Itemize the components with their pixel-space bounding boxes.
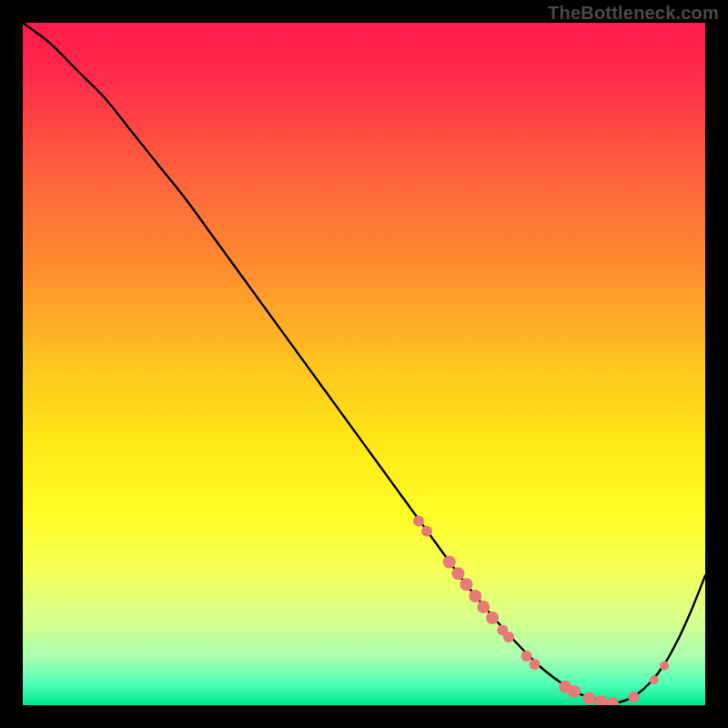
chart-marker [486, 612, 499, 624]
chart-marker [413, 516, 424, 527]
chart-svg [23, 23, 705, 705]
chart-marker [650, 675, 659, 684]
chart-marker [660, 662, 669, 671]
chart-marker [477, 601, 490, 613]
chart-marker [583, 693, 596, 705]
chart-container [23, 23, 705, 705]
chart-marker [469, 590, 481, 602]
chart-marker [628, 692, 639, 703]
chart-marker [460, 578, 473, 591]
chart-marker [530, 659, 541, 670]
watermark-text: TheBottleneck.com [548, 3, 719, 24]
chart-marker [421, 526, 432, 537]
chart-marker [503, 632, 514, 642]
chart-marker [452, 567, 465, 580]
chart-background [23, 23, 705, 705]
chart-marker [443, 556, 456, 569]
chart-marker [521, 651, 532, 662]
chart-marker [568, 685, 581, 698]
app-frame: TheBottleneck.com [0, 0, 728, 728]
